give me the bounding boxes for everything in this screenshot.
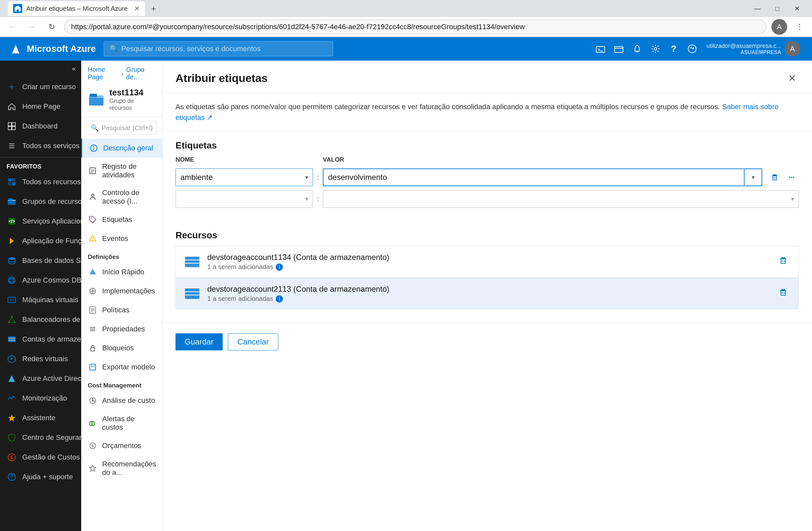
panel-title: Atribuir etiquetas <box>175 72 267 85</box>
new-tab-button[interactable]: + <box>146 1 161 16</box>
directory-button[interactable] <box>611 41 627 57</box>
sidebar-item-ajuda-suporte[interactable]: ? Ajuda + suporte <box>0 467 81 487</box>
tag-row-2: ▾ : ▾ <box>175 190 799 208</box>
menu-analise-custo[interactable]: Análise de custo <box>81 391 162 410</box>
svg-point-27 <box>9 279 15 282</box>
seguranca-icon <box>6 432 17 443</box>
azure-logo[interactable]: Microsoft Azure <box>8 42 96 56</box>
save-button[interactable]: Guardar <box>175 333 223 350</box>
panel-search-box[interactable]: 🔍 <box>86 121 157 135</box>
ajuda-icon: ? <box>6 472 17 482</box>
sidebar-item-todos-recursos[interactable]: Todos os recursos <box>0 172 81 192</box>
close-window-button[interactable]: ✕ <box>787 0 807 17</box>
forward-button[interactable]: → <box>25 20 39 34</box>
tags-separator-1: : <box>313 173 323 182</box>
tab-close-button[interactable]: ✕ <box>134 4 140 12</box>
propriedades-icon <box>88 324 98 334</box>
svg-rect-68 <box>91 348 95 351</box>
dashboard-icon <box>6 121 17 131</box>
cancel-button[interactable]: Cancelar <box>228 333 278 350</box>
cloud-shell-button[interactable] <box>593 41 608 57</box>
minimize-button[interactable]: — <box>748 0 767 17</box>
help-button[interactable]: ? <box>666 41 682 57</box>
sidebar-item-gestao-custos[interactable]: $ Gestão de Custos + Fatura... <box>0 447 81 467</box>
sidebar-item-maquinas-virtuais[interactable]: Máquinas virtuais <box>0 290 81 310</box>
breadcrumb-home[interactable]: Home Page <box>88 66 119 81</box>
sidebar-item-contas-armazenamento[interactable]: Contas de armazenamento <box>0 330 81 349</box>
menu-politicas[interactable]: Políticas <box>81 301 162 320</box>
menu-propriedades[interactable]: Propriedades <box>81 320 162 339</box>
settings-button[interactable] <box>648 41 663 57</box>
sidebar-item-dashboard[interactable]: Dashboard <box>0 116 81 136</box>
search-input[interactable] <box>121 45 328 53</box>
menu-etiquetas[interactable]: Etiquetas <box>81 210 162 229</box>
menu-descricao-geral[interactable]: Descrição geral <box>81 139 162 158</box>
resource-delete-button-1[interactable] <box>775 253 791 270</box>
sidebar-item-servicos-aplicacionais[interactable]: </> Serviços Aplicacionais <box>0 211 81 231</box>
panel-search-input[interactable] <box>102 124 162 132</box>
tag-valor-empty-2[interactable]: ▾ <box>323 190 799 208</box>
sidebar-item-bases-dados-sql[interactable]: Bases de dados SQL <box>0 251 81 270</box>
tag-nome-dropdown-2[interactable]: ▾ <box>175 190 313 208</box>
active-tab[interactable]: Atribuir etiquetas – Microsoft Azure ✕ <box>8 1 145 16</box>
tag-delete-button-1[interactable] <box>767 170 782 184</box>
svg-marker-78 <box>89 465 96 471</box>
tag-row-1: ambiente ▾ : ▾ <box>175 168 799 186</box>
info-icon-1[interactable]: i <box>276 264 283 271</box>
refresh-button[interactable]: ↻ <box>45 20 59 34</box>
svg-rect-34 <box>8 336 15 342</box>
sidebar-item-azure-active-directory[interactable]: Azure Active Directory <box>0 369 81 388</box>
user-account-icon[interactable]: A <box>771 19 787 35</box>
svg-text:$: $ <box>91 421 93 426</box>
menu-alertas-custos[interactable]: $ Alertas de custos <box>81 410 162 436</box>
tab-title: Atribuir etiquetas – Microsoft Azure <box>26 5 128 12</box>
address-bar[interactable] <box>64 20 766 34</box>
sidebar-item-monitorizacao[interactable]: Monitorização <box>0 388 81 408</box>
tag-valor-dropdown-btn-1[interactable]: ▾ <box>744 168 762 186</box>
menu-inicio-rapido[interactable]: Início Rápido <box>81 263 162 282</box>
sidebar-item-redes-virtuais[interactable]: Redes virtuais <box>0 349 81 369</box>
menu-bloqueios[interactable]: Bloqueios <box>81 339 162 358</box>
sidebar-item-grupos-recursos[interactable]: Grupos de recursos <box>0 192 81 211</box>
sidebar-item-balanceadores[interactable]: Balanceadores de carga <box>0 310 81 330</box>
menu-label-recomendacoes: Recomendações do a... <box>102 460 156 477</box>
tag-nome-dropdown-1[interactable]: ambiente ▾ <box>175 168 313 186</box>
global-search[interactable]: 🔍 <box>104 41 333 56</box>
tags-separator-2: : <box>313 195 323 203</box>
sidebar-item-aplicacao-funcoes[interactable]: Aplicação de Funções <box>0 231 81 251</box>
notifications-button[interactable] <box>629 41 645 57</box>
sidebar-item-criar-recurso[interactable]: + Criar um recurso <box>0 77 81 97</box>
breadcrumb-group[interactable]: Grupo de... <box>126 66 156 81</box>
svg-rect-91 <box>185 289 199 299</box>
close-panel-button[interactable]: ✕ <box>785 70 799 86</box>
analise-icon <box>88 396 98 405</box>
sidebar-item-centro-seguranca[interactable]: Centro de Segurança <box>0 428 81 447</box>
tag-more-button-1[interactable] <box>784 170 799 184</box>
sidebar-item-todos-servicos[interactable]: Todos os serviços <box>0 136 81 156</box>
resource-header: test1134 Grupo de recursos <box>81 84 162 117</box>
sidebar-item-assistente[interactable]: Assistente <box>0 408 81 428</box>
tag-valor-input-1[interactable] <box>323 168 744 186</box>
servicos-icon: </> <box>6 216 17 226</box>
menu-controlo-acesso[interactable]: Controlo de acesso (I... <box>81 184 162 210</box>
back-button[interactable]: ← <box>5 20 20 34</box>
menu-exportar-modelo[interactable]: Exportar modelo <box>81 358 162 377</box>
external-link-icon: ↗ <box>207 113 213 122</box>
browser-menu-button[interactable]: ⋮ <box>792 20 807 34</box>
info-icon-2[interactable]: i <box>276 295 283 303</box>
feedback-button[interactable] <box>684 41 700 57</box>
user-account-area[interactable]: utilizador@asuaempresa.c... ASUAEMPRESA … <box>702 38 804 59</box>
orcamentos-icon: $ <box>88 441 98 451</box>
menu-registo-atividades[interactable]: Registo de atividades <box>81 158 162 184</box>
menu-orcamentos[interactable]: $ Orçamentos <box>81 436 162 455</box>
menu-eventos[interactable]: Eventos <box>81 229 162 248</box>
assistente-icon <box>6 413 17 423</box>
sidebar-item-home-page[interactable]: Home Page <box>0 97 81 116</box>
maximize-button[interactable]: □ <box>767 0 787 17</box>
resource-delete-button-2[interactable] <box>775 285 791 302</box>
sidebar-collapse-button[interactable]: « <box>0 61 81 77</box>
menu-implementacoes[interactable]: Implementações <box>81 282 162 301</box>
menu-recomendacoes[interactable]: Recomendações do a... <box>81 455 162 481</box>
menu-label-eventos: Eventos <box>102 234 128 243</box>
sidebar-item-azure-cosmos[interactable]: Azure Cosmos DB <box>0 270 81 290</box>
